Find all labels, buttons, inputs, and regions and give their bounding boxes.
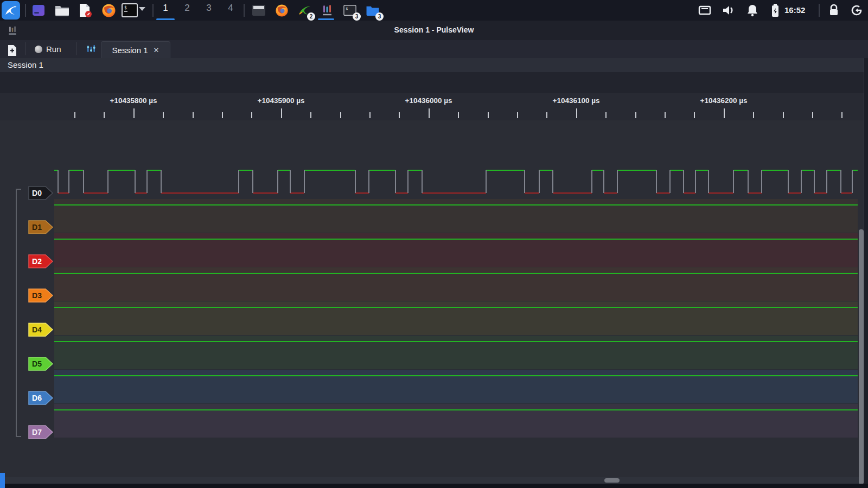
folder-launcher[interactable] [54, 2, 70, 18]
ruler-minor-tick [74, 112, 75, 118]
taskbar-separator [244, 4, 245, 17]
ruler-minor-tick [369, 112, 371, 118]
ruler-major-tick [576, 108, 577, 118]
svg-text:D3: D3 [32, 291, 42, 300]
chevron-down-icon[interactable] [139, 7, 145, 11]
ruler-major-tick [281, 108, 282, 118]
trace-area [0, 120, 864, 477]
svg-text:D2: D2 [32, 257, 42, 266]
window-right-border [864, 58, 864, 488]
window-button-firefox[interactable] [273, 2, 290, 18]
ruler-minor-tick [753, 112, 754, 118]
trace-d3-high [54, 273, 858, 274]
ruler-time-label: +10435800 µs [110, 97, 157, 105]
ruler-time-label: +10435900 µs [258, 97, 305, 105]
main-tab-row: Run Session 1 ✕ [0, 40, 868, 59]
lock-icon [828, 4, 839, 17]
channel-label-d6[interactable]: D6 [28, 391, 54, 405]
system-taskbar: $ 1 2 3 4 [0, 0, 868, 21]
session-panel-titlebar[interactable]: Session 1 [0, 58, 868, 73]
channel-label-d5[interactable]: D5 [28, 357, 54, 371]
taskbar-separator [819, 4, 820, 17]
ruler-time-label: +10436000 µs [405, 97, 452, 105]
channel-label-d7[interactable]: D7 [28, 425, 54, 439]
ruler-minor-tick [340, 112, 341, 118]
channel-label-d2[interactable]: D2 [28, 254, 54, 268]
workspace-1[interactable]: 1 [158, 3, 173, 14]
channel-label-d0[interactable]: D0 [28, 186, 54, 200]
channel-label-d3[interactable]: D3 [28, 288, 54, 303]
svg-text:D7: D7 [32, 428, 42, 436]
ruler-minor-tick [251, 112, 252, 118]
tab-close-icon[interactable]: ✕ [153, 46, 159, 54]
ruler-minor-tick [841, 112, 843, 118]
clock[interactable]: 16:52 [784, 5, 805, 15]
ruler-minor-tick [546, 112, 547, 118]
svg-text:$: $ [124, 5, 127, 10]
vertical-scrollbar-thumb[interactable] [859, 229, 864, 484]
time-ruler[interactable]: +10435800 µs+10435900 µs+10436000 µs+104… [0, 93, 864, 120]
horizontal-scrollbar-track[interactable] [0, 477, 864, 484]
trace-d4-high [54, 307, 858, 308]
separator [76, 42, 76, 55]
tray-network[interactable] [697, 2, 713, 18]
terminal-window-icon [252, 4, 266, 16]
trace-d6-high [54, 375, 858, 376]
active-window-underline [318, 18, 334, 20]
taskbar-separator [152, 4, 154, 17]
window-title: Session 1 - PulseView [0, 25, 868, 34]
terminal-icon: $ [122, 3, 138, 17]
workspace-2[interactable]: 2 [180, 3, 195, 14]
pulseview-app-icon [321, 4, 333, 17]
text-editor-icon [78, 3, 93, 18]
channel-label-d4[interactable]: D4 [28, 323, 54, 337]
network-icon [698, 5, 711, 16]
trace-d1-high [54, 204, 858, 206]
ruler-minor-tick [104, 112, 105, 118]
window-button-pulseview[interactable] [319, 2, 335, 18]
tab-session-1[interactable]: Session 1 ✕ [101, 41, 170, 59]
tray-battery[interactable] [767, 2, 783, 18]
firefox-launcher[interactable] [100, 2, 117, 18]
window-button-files[interactable]: 3 [365, 2, 381, 18]
workspace-3[interactable]: 3 [201, 3, 216, 14]
window-bottom-edge [0, 484, 868, 488]
window-button-dragon-app[interactable]: 2 [296, 2, 312, 18]
trace-d7-high [54, 409, 858, 410]
ruler-major-tick [133, 108, 135, 118]
window-right-edge [864, 58, 868, 488]
svg-text:D1: D1 [32, 223, 42, 232]
tray-notifications[interactable] [744, 2, 761, 18]
svg-text:$: $ [346, 7, 348, 11]
firefox-icon [101, 3, 116, 18]
tray-lock-screen[interactable] [826, 2, 842, 18]
window-button-terminal-2[interactable]: $ 3 [342, 2, 358, 18]
channel-label-d1[interactable]: D1 [28, 220, 54, 234]
ruler-minor-tick [517, 112, 518, 118]
ruler-minor-tick [310, 112, 311, 118]
window-count-badge: 2 [307, 12, 315, 21]
battery-icon [770, 3, 780, 17]
workspace-active-underline [156, 18, 175, 20]
tray-logout[interactable] [848, 2, 865, 18]
svg-text:D6: D6 [32, 394, 42, 402]
firefox-icon [275, 4, 289, 17]
window-button-terminal[interactable] [251, 2, 267, 18]
terminal-launcher[interactable]: $ [122, 2, 138, 18]
session-toolbar: Saleae Logic 50 M samples [0, 72, 868, 94]
horizontal-scrollbar-thumb[interactable] [604, 478, 620, 483]
window-corner-accent [0, 473, 5, 488]
tray-volume[interactable] [720, 2, 737, 18]
ruler-minor-tick [694, 112, 695, 118]
ruler-minor-tick [222, 112, 223, 118]
ruler-minor-tick [458, 112, 459, 118]
ruler-major-tick [429, 108, 430, 118]
ruler-minor-tick [605, 112, 607, 118]
text-editor-launcher[interactable] [77, 2, 93, 18]
ruler-minor-tick [488, 112, 489, 118]
workspace-4[interactable]: 4 [223, 3, 238, 14]
ruler-minor-tick [812, 112, 813, 118]
window-count-badge: 3 [375, 12, 384, 21]
trace-d2-high [54, 239, 858, 240]
window-titlebar[interactable]: Session 1 - PulseView ✕ [0, 21, 868, 40]
